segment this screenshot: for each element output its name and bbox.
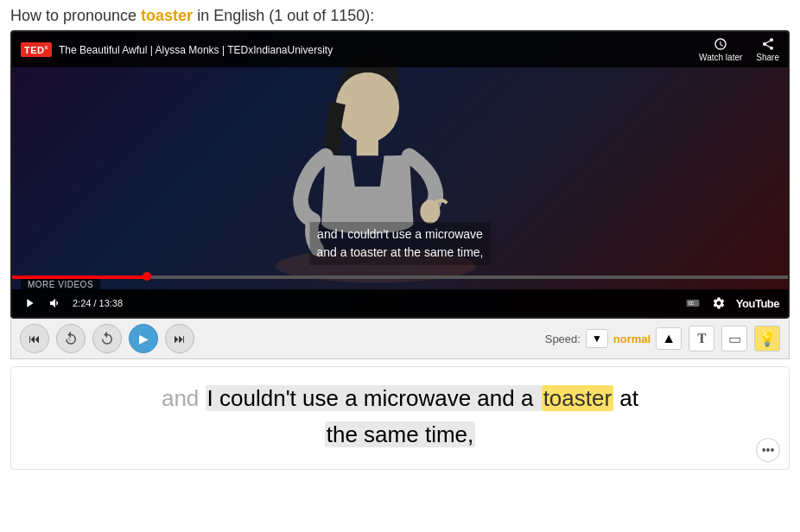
speed-container: Speed: ▼ normal ▲: [545, 327, 682, 350]
youtube-logo: YouTube: [736, 297, 779, 310]
watch-later-label: Watch later: [699, 53, 742, 62]
video-topbar-left: TEDx The Beautiful Awful | Alyssa Monks …: [21, 42, 333, 57]
subtitle-line2: and a toaster at the same time,: [317, 244, 484, 262]
transcript-word-at: at: [613, 385, 638, 411]
speed-value: normal: [613, 332, 651, 345]
gear-icon: [712, 296, 726, 310]
play-icon: [22, 296, 36, 310]
settings-button[interactable]: [710, 294, 727, 312]
cc-button[interactable]: CC: [684, 294, 702, 312]
progress-bar-fill: [12, 276, 148, 279]
rewind-button[interactable]: 5: [56, 324, 86, 353]
transcript-area: and I couldn't use a microwave and a toa…: [10, 366, 790, 470]
video-container: TEDx The Beautiful Awful | Alyssa Monks …: [10, 30, 790, 319]
video-topbar-right: Watch later Share: [699, 37, 779, 62]
share-button[interactable]: Share: [756, 37, 779, 62]
play-button[interactable]: [21, 294, 38, 312]
transcript-more-button[interactable]: •••: [756, 438, 780, 462]
speed-up-button[interactable]: ▲: [656, 327, 682, 350]
header-text-before: How to pronounce: [10, 7, 141, 24]
time-display: 2:24 / 13:38: [73, 298, 123, 308]
watch-later-button[interactable]: Watch later: [699, 37, 742, 62]
speed-dropdown[interactable]: ▼: [586, 329, 608, 348]
volume-icon: [48, 296, 62, 310]
subtitle-line1: and I couldn't use a microwave: [317, 225, 484, 244]
transcript-word-and: and: [162, 385, 199, 411]
next-button[interactable]: ⏭: [165, 324, 194, 353]
transcript-phrase-sametime: the same time,: [325, 421, 476, 447]
header-text-after: in English (1 out of 1150):: [193, 7, 374, 24]
svg-text:5: 5: [68, 338, 71, 342]
text-tool-button[interactable]: 𝐓: [689, 326, 714, 352]
clock-icon: [714, 37, 727, 51]
svg-text:CC: CC: [688, 301, 694, 306]
svg-rect-2: [357, 139, 378, 155]
restart-button[interactable]: ⏮: [20, 324, 49, 353]
volume-button[interactable]: [47, 294, 64, 312]
video-topbar: TEDx The Beautiful Awful | Alyssa Monks …: [12, 32, 788, 67]
video-thumbnail[interactable]: and I couldn't use a microwave and a toa…: [12, 32, 788, 317]
header-word: toaster: [141, 7, 193, 24]
video-title: The Beautiful Awful | Alyssa Monks | TED…: [59, 44, 333, 56]
speed-down-arrow: ▼: [592, 332, 602, 345]
loop-button[interactable]: [92, 324, 122, 353]
share-label: Share: [756, 53, 779, 62]
speed-label: Speed:: [545, 332, 581, 345]
page-header: How to pronounce toaster in English (1 o…: [0, 0, 800, 30]
transport-bar: ⏮ 5 ▶ ⏭ Speed: ▼ normal ▲ 𝐓 ▭ 💡: [10, 319, 790, 359]
rewind-icon: 5: [63, 331, 79, 346]
svg-point-1: [336, 72, 400, 142]
screen-button[interactable]: ▭: [721, 326, 747, 352]
subtitle-overlay: and I couldn't use a microwave and a toa…: [310, 222, 491, 265]
progress-bar-container[interactable]: [12, 276, 788, 279]
loop-icon: [99, 331, 115, 346]
share-icon: [761, 37, 775, 51]
cc-icon: CC: [686, 296, 700, 310]
transcript-word-i: I couldn't use a microwave and a: [206, 385, 542, 411]
ted-logo: TEDx: [21, 42, 52, 57]
highlight-button[interactable]: 💡: [754, 326, 780, 352]
speed-up-arrow: ▲: [662, 331, 676, 346]
transcript-word-toaster: toaster: [542, 385, 614, 411]
video-controls: 2:24 / 13:38 CC YouTube: [12, 289, 788, 317]
play-pause-button[interactable]: ▶: [129, 324, 158, 353]
